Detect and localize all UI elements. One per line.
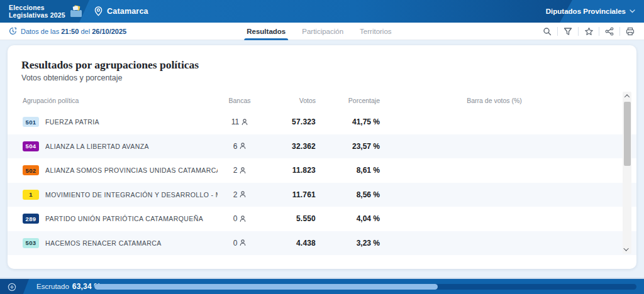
column-header-seats: Bancas xyxy=(218,97,262,104)
app-logo: Elecciones Legislativas 2025 xyxy=(0,0,89,23)
party-cell: 504 ALIANZA LA LIBERTAD AVANZA xyxy=(23,141,218,151)
toolbar-divider xyxy=(578,27,579,36)
party-code-badge: 503 xyxy=(23,238,39,248)
last-updated: Datos de las 21:50 del 26/10/2025 xyxy=(9,27,126,35)
app-header: Elecciones Legislativas 2025 Catamarca D… xyxy=(0,0,644,23)
scrollbar-up-arrow-icon[interactable] xyxy=(623,92,631,101)
scrollbar-thumb[interactable] xyxy=(624,102,631,166)
votes-cell: 32.362 xyxy=(262,142,325,151)
toolbar-divider xyxy=(619,27,620,36)
party-code-badge: 501 xyxy=(23,117,39,127)
person-icon xyxy=(242,119,248,126)
party-cell: 501 FUERZA PATRIA xyxy=(23,117,218,127)
party-name: MOVIMIENTO DE INTEGRACIÓN Y DESARROLLO -… xyxy=(45,191,218,199)
tab-resultados[interactable]: Resultados xyxy=(247,23,286,40)
seats-cell: 0 xyxy=(218,239,262,248)
print-icon[interactable] xyxy=(624,25,636,38)
party-name: ALIANZA SOMOS PROVINCIAS UNIDAS CATAMARC… xyxy=(45,166,218,174)
seats-cell: 2 xyxy=(218,190,262,199)
last-updated-text: Datos de las 21:50 del 26/10/2025 xyxy=(21,28,126,35)
person-icon xyxy=(240,215,246,222)
search-icon[interactable] xyxy=(541,25,553,38)
party-code-badge: 1 xyxy=(23,190,39,200)
toolbar-divider xyxy=(557,27,558,36)
seats-cell: 0 xyxy=(218,214,262,223)
scrutiny-progressbar xyxy=(94,284,636,290)
page-body: Resultados por agrupaciones políticas Vo… xyxy=(0,40,644,278)
percent-cell: 41,75 % xyxy=(325,117,382,126)
scrutiny-footer: Escrutado 63,34 % xyxy=(0,278,644,294)
person-icon xyxy=(240,167,246,174)
category-label: Diputados Provinciales xyxy=(546,8,626,15)
toolbar-actions xyxy=(541,23,636,40)
column-header-bar: Barra de votos (%) xyxy=(382,97,606,104)
percent-cell: 4,04 % xyxy=(325,214,382,223)
sub-header-toolbar: Datos de las 21:50 del 26/10/2025 Result… xyxy=(0,23,644,40)
share-icon[interactable] xyxy=(603,25,616,38)
votes-cell: 5.550 xyxy=(262,214,325,223)
chevron-down-icon xyxy=(630,9,635,13)
location-pin-icon xyxy=(94,6,103,16)
results-card: Resultados por agrupaciones políticas Vo… xyxy=(8,45,636,269)
percent-cell: 3,23 % xyxy=(325,239,382,248)
column-header-party: Agrupación política xyxy=(23,97,218,104)
tab-territorios[interactable]: Territorios xyxy=(360,23,391,40)
table-row[interactable]: 504 ALIANZA LA LIBERTAD AVANZA 6 32.362 … xyxy=(8,134,636,159)
table-row[interactable]: 503 HACEMOS RENACER CATAMARCA 0 4.438 3,… xyxy=(8,231,636,256)
person-icon xyxy=(240,191,246,198)
party-name: HACEMOS RENACER CATAMARCA xyxy=(45,239,162,247)
filter-icon[interactable] xyxy=(562,25,574,38)
party-cell: 503 HACEMOS RENACER CATAMARCA xyxy=(23,238,218,248)
footer-left-section xyxy=(0,279,29,294)
scrollbar-down-arrow-icon[interactable] xyxy=(623,245,631,254)
percent-cell: 23,57 % xyxy=(325,142,382,151)
view-tabs: Resultados Participación Territorios xyxy=(247,23,391,40)
party-name: ALIANZA LA LIBERTAD AVANZA xyxy=(45,143,149,150)
seats-cell: 11 xyxy=(218,117,262,126)
party-cell: 1 MOVIMIENTO DE INTEGRACIÓN Y DESARROLLO… xyxy=(23,190,218,200)
scrutiny-label: Escrutado 63,34 % xyxy=(36,279,101,294)
party-code-badge: 504 xyxy=(23,141,39,151)
column-header-percent: Porcentaje xyxy=(325,97,382,104)
votes-cell: 11.761 xyxy=(262,190,325,199)
table-scrollbar[interactable] xyxy=(623,92,631,254)
party-code-badge: 502 xyxy=(23,165,39,175)
party-code-badge: 289 xyxy=(23,214,39,224)
clock-refresh-icon xyxy=(9,27,17,35)
results-table: 501 FUERZA PATRIA 11 57.323 41,75 % xyxy=(8,110,636,255)
toolbar-divider xyxy=(599,27,599,36)
app-logo-text: Elecciones Legislativas 2025 xyxy=(9,4,65,19)
card-header: Resultados por agrupaciones políticas Vo… xyxy=(8,45,636,86)
circle-plus-icon[interactable] xyxy=(8,283,16,291)
table-row[interactable]: 502 ALIANZA SOMOS PROVINCIAS UNIDAS CATA… xyxy=(8,158,636,183)
person-icon xyxy=(240,143,246,150)
party-name: PARTIDO UNIÓN PATRIÓTICA CATAMARQUEÑA xyxy=(45,215,203,222)
table-row[interactable]: 289 PARTIDO UNIÓN PATRIÓTICA CATAMARQUEÑ… xyxy=(8,207,636,231)
votes-cell: 11.823 xyxy=(262,166,325,175)
table-header-row: Agrupación política Bancas Votos Porcent… xyxy=(8,91,636,110)
percent-cell: 8,56 % xyxy=(325,190,382,199)
category-dropdown[interactable]: Diputados Provinciales xyxy=(546,0,635,23)
party-name: FUERZA PATRIA xyxy=(45,118,99,126)
votes-cell: 4.438 xyxy=(262,239,325,248)
party-cell: 502 ALIANZA SOMOS PROVINCIAS UNIDAS CATA… xyxy=(23,165,218,175)
table-row[interactable]: 1 MOVIMIENTO DE INTEGRACIÓN Y DESARROLLO… xyxy=(8,183,636,207)
seats-cell: 2 xyxy=(218,166,262,175)
district-selector[interactable]: Catamarca xyxy=(94,0,148,23)
star-icon[interactable] xyxy=(582,25,595,38)
page-subtitle: Votos obtenidos y porcentaje xyxy=(21,74,623,82)
person-icon xyxy=(240,239,246,246)
party-cell: 289 PARTIDO UNIÓN PATRIÓTICA CATAMARQUEÑ… xyxy=(23,214,218,224)
seats-cell: 6 xyxy=(218,142,262,151)
page-title: Resultados por agrupaciones políticas xyxy=(21,58,623,72)
table-row[interactable]: 501 FUERZA PATRIA 11 57.323 41,75 % xyxy=(8,110,636,134)
percent-cell: 8,61 % xyxy=(325,166,382,175)
votes-cell: 57.323 xyxy=(262,117,325,126)
ballot-box-icon xyxy=(69,5,85,18)
tab-participacion[interactable]: Participación xyxy=(302,23,343,40)
column-header-votes: Votos xyxy=(262,97,325,104)
scrutiny-progress-fill xyxy=(94,284,438,290)
district-name: Catamarca xyxy=(107,7,148,16)
